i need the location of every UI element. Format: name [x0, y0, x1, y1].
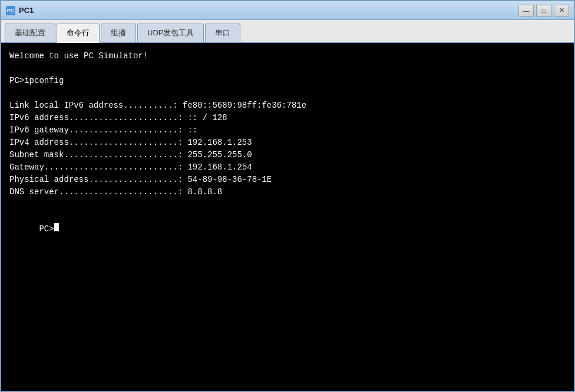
window-icon: PC	[6, 6, 15, 15]
title-bar: PC PC1 — □ ✕	[1, 1, 574, 20]
tab-udp-tool[interactable]: UDP发包工具	[137, 24, 204, 42]
subnet-line: Subnet mask.......................: 255.…	[9, 149, 566, 161]
dns-line: DNS server........................: 8.8.…	[9, 186, 566, 198]
command-line: PC>ipconfig	[9, 75, 566, 87]
blank-line-2	[9, 87, 566, 99]
tab-command-line[interactable]: 命令行	[57, 24, 100, 43]
prompt-line: PC>	[9, 211, 566, 248]
tab-basic-config[interactable]: 基础配置	[5, 24, 55, 42]
gateway-line: Gateway...........................: 192.…	[9, 161, 566, 174]
tab-bar: 基础配置 命令行 组播 UDP发包工具 串口	[1, 20, 574, 43]
window-title: PC1	[19, 6, 518, 15]
blank-line-3	[9, 198, 566, 211]
ipv6-gw-line: IPv6 gateway......................: ::	[9, 124, 566, 137]
maximize-button[interactable]: □	[536, 5, 551, 16]
window-controls: — □ ✕	[518, 5, 569, 16]
blank-line-1	[9, 62, 566, 75]
ipv4-addr-line: IPv4 address......................: 192.…	[9, 137, 566, 149]
welcome-line: Welcome to use PC Simulator!	[9, 50, 566, 62]
ipv6-addr-line: IPv6 address......................: :: /…	[9, 112, 566, 124]
physical-line: Physical address..................: 54-8…	[9, 174, 566, 186]
prompt-text: PC>	[39, 224, 54, 234]
close-button[interactable]: ✕	[554, 5, 569, 16]
cursor	[54, 223, 59, 231]
terminal-area[interactable]: Welcome to use PC Simulator! PC>ipconfig…	[1, 43, 574, 391]
main-window: PC PC1 — □ ✕ 基础配置 命令行 组播 UDP发包工具 串口 Welc…	[0, 0, 575, 392]
ipv6-link-line: Link local IPv6 address..........: fe80:…	[9, 99, 566, 112]
tab-serial[interactable]: 串口	[205, 24, 240, 42]
tab-multicast[interactable]: 组播	[101, 24, 136, 42]
minimize-button[interactable]: —	[518, 5, 534, 16]
